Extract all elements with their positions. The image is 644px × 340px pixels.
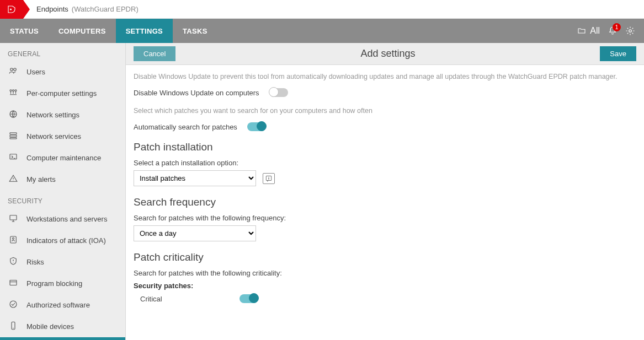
settings-gear-button[interactable] (625, 26, 635, 36)
gear-icon (625, 26, 635, 36)
sidebar-group-security: SECURITY (0, 190, 125, 208)
sidebar-item-label: Mobile devices (26, 322, 74, 331)
globe-icon (8, 109, 19, 121)
critical-label: Critical (140, 295, 162, 303)
sidebar-item-label: Per-computer settings (26, 89, 97, 98)
svg-rect-10 (10, 138, 17, 139)
sidebar-item-label: Computer maintenance (26, 154, 101, 162)
svg-point-3 (14, 68, 17, 71)
svg-point-14 (13, 238, 14, 239)
auto-search-toggle[interactable] (247, 122, 266, 131)
mobile-icon (8, 321, 19, 332)
sidebar-item-label: Network settings (26, 111, 79, 119)
top-bar: Endpoints (WatchGuard EPDR) (0, 0, 644, 19)
search-help-text: Select which patches you want to search … (134, 107, 636, 115)
svg-rect-12 (10, 215, 17, 220)
ioa-icon (8, 235, 19, 246)
search-frequency-heading: Search frequency (134, 196, 636, 208)
sidebar-item-label: Workstations and servers (26, 215, 107, 223)
nav-tab-status[interactable]: STATUS (0, 19, 49, 43)
sidebar-item-computer-maintenance[interactable]: Computer maintenance (0, 147, 125, 169)
sidebar-item-indicators-of-attack-ioa-[interactable]: Indicators of attack (IOA) (0, 230, 125, 251)
breadcrumb-sub: (WatchGuard EPDR) (72, 5, 139, 13)
all-button[interactable]: All (577, 26, 600, 36)
sidebar: GENERALUsersPer-computer settingsNetwork… (0, 43, 126, 340)
nav-tab-tasks[interactable]: TASKS (173, 19, 217, 43)
notifications-button[interactable]: 1 (608, 26, 618, 36)
sidebar-item-per-computer-settings[interactable]: Per-computer settings (0, 83, 125, 104)
svg-point-5 (13, 90, 14, 91)
patch-criticality-heading: Patch criticality (134, 251, 636, 263)
svg-point-6 (15, 90, 17, 91)
disable-wu-toggle[interactable] (269, 88, 288, 97)
svg-rect-24 (268, 177, 269, 179)
sidebar-item-users[interactable]: Users (0, 61, 125, 83)
svg-rect-11 (10, 154, 17, 159)
frequency-label: Search for patches with the following fr… (134, 214, 636, 222)
nav-tab-computers[interactable]: COMPUTERS (49, 19, 116, 43)
sidebar-item-mobile-devices[interactable]: Mobile devices (0, 316, 125, 337)
svg-point-23 (268, 177, 269, 177)
breadcrumb-main[interactable]: Endpoints (36, 5, 68, 13)
settings-panel: Disable Windows Update to prevent this t… (126, 65, 644, 340)
sidebar-item-label: Network services (26, 132, 81, 141)
sidebar-item-my-alerts[interactable]: My alerts (0, 169, 125, 190)
install-option-select[interactable]: Install patches (134, 170, 256, 186)
install-option-label: Select a patch installation option: (134, 159, 636, 167)
page-title: Add settings (182, 48, 593, 60)
svg-point-16 (10, 301, 17, 307)
frequency-select[interactable]: Once a day (134, 225, 256, 241)
sidebar-item-network-settings[interactable]: Network settings (0, 104, 125, 126)
sidebar-item-program-blocking[interactable]: Program blocking (0, 273, 125, 294)
main-panel: Cancel Add settings Save Disable Windows… (126, 43, 644, 340)
alert-icon (8, 174, 19, 185)
sidebar-item-label: Risks (26, 258, 44, 266)
sidebar-item-label: Authorized software (26, 301, 90, 309)
maint-icon (8, 152, 19, 164)
svg-point-0 (10, 8, 12, 10)
info-icon (265, 175, 273, 182)
svg-rect-15 (10, 280, 17, 285)
nav-tab-settings[interactable]: SETTINGS (116, 19, 173, 43)
critical-toggle[interactable] (239, 294, 258, 303)
svg-point-1 (629, 30, 632, 33)
notification-badge: 1 (613, 23, 621, 31)
shield-icon (8, 256, 19, 268)
sidebar-item-label: Indicators of attack (IOA) (26, 236, 106, 245)
users-icon (8, 66, 19, 78)
svg-point-4 (10, 90, 12, 91)
cancel-button[interactable]: Cancel (134, 46, 175, 61)
folder-icon (577, 26, 587, 35)
security-patches-label: Security patches: (134, 282, 636, 290)
sidebar-item-workstations-and-servers[interactable]: Workstations and servers (0, 208, 125, 230)
monitor-icon (8, 213, 19, 225)
shield-logo-icon (6, 4, 17, 14)
sidebar-item-label: Program blocking (26, 279, 82, 288)
auth-icon (8, 299, 19, 311)
sidebar-item-authorized-software[interactable]: Authorized software (0, 294, 125, 316)
auto-search-label: Automatically search for patches (134, 123, 237, 131)
patch-installation-heading: Patch installation (134, 141, 636, 153)
wu-help-text: Disable Windows Update to prevent this t… (134, 73, 636, 80)
block-icon (8, 278, 19, 289)
page-header: Cancel Add settings Save (126, 43, 644, 65)
sidebar-item-risks[interactable]: Risks (0, 251, 125, 273)
svg-point-2 (10, 68, 13, 71)
servers-icon (8, 131, 19, 142)
criticality-label: Search for patches with the following cr… (134, 269, 636, 277)
sidebar-item-patch-management[interactable]: Patch management (0, 337, 125, 340)
save-button[interactable]: Save (600, 46, 636, 61)
svg-rect-9 (10, 135, 17, 137)
percomp-icon (8, 88, 19, 99)
wu-toggle-label: Disable Windows Update on computers (134, 89, 259, 97)
brand-logo (0, 0, 23, 19)
sidebar-item-network-services[interactable]: Network services (0, 126, 125, 147)
all-label: All (590, 26, 600, 36)
sidebar-item-label: Users (26, 68, 45, 76)
svg-rect-8 (10, 133, 17, 134)
install-info-button[interactable] (263, 173, 275, 184)
nav-bar: STATUSCOMPUTERSSETTINGSTASKS All 1 (0, 19, 644, 43)
sidebar-item-label: My alerts (26, 175, 56, 184)
sidebar-group-general: GENERAL (0, 43, 125, 61)
breadcrumb: Endpoints (WatchGuard EPDR) (36, 5, 139, 13)
